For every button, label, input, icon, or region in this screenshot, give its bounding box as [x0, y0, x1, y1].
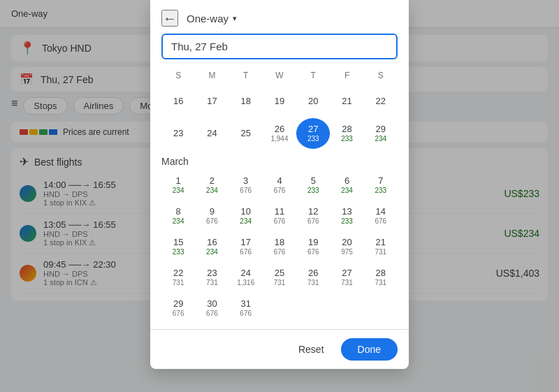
day-header-4: T: [296, 68, 330, 83]
day-header-5: F: [330, 68, 363, 83]
cal-mar-13[interactable]: 13233: [330, 201, 363, 231]
cal-mar-7[interactable]: 7233: [364, 170, 398, 201]
cal-feb-17[interactable]: 17: [195, 86, 228, 117]
march-week-4: 22731 23731 241,316 25731 26731 27731 28…: [161, 262, 398, 293]
cal-mar-27[interactable]: 27731: [330, 262, 363, 293]
trip-type-dropdown-icon: ▾: [233, 14, 237, 23]
cal-mar-9[interactable]: 9676: [195, 201, 228, 231]
cal-mar-16[interactable]: 16234: [195, 231, 228, 262]
cal-mar-15[interactable]: 15233: [161, 231, 195, 262]
cal-feb-25[interactable]: 25: [229, 118, 263, 149]
march-week-2: 8234 9676 10234 11676 12676 13233 14676: [161, 201, 398, 231]
cal-mar-14[interactable]: 14676: [364, 201, 398, 231]
days-header: S M T W T F S: [161, 68, 398, 83]
feb-week-1: 16 17 18 19 20 21 22: [161, 86, 398, 117]
cal-mar-1[interactable]: 1234: [161, 170, 195, 201]
cal-feb-19[interactable]: 19: [263, 86, 296, 117]
day-header-1: M: [195, 68, 228, 83]
day-header-0: S: [161, 68, 195, 83]
cal-mar-17[interactable]: 17676: [229, 231, 263, 262]
cal-mar-30[interactable]: 30676: [195, 293, 228, 324]
cal-feb-20[interactable]: 20: [296, 86, 330, 117]
cal-mar-28[interactable]: 28731: [364, 262, 398, 293]
cal-feb-24[interactable]: 24: [195, 118, 228, 149]
cal-mar-2[interactable]: 2234: [195, 170, 228, 201]
date-input-value: Thu, 27 Feb: [171, 41, 228, 52]
date-picker-modal: ← One-way ▾ Thu, 27 Feb S M T W T F S 16…: [150, 0, 409, 369]
cal-mar-12[interactable]: 12676: [296, 201, 330, 231]
cal-feb-16[interactable]: 16: [161, 86, 195, 117]
cal-feb-29[interactable]: 29 234: [364, 118, 398, 149]
cal-feb-27[interactable]: 27 233: [296, 118, 330, 149]
cal-mar-8[interactable]: 8234: [161, 201, 195, 231]
march-week-1: 1234 2234 3676 4676 5233 6234 7233: [161, 170, 398, 201]
cal-feb-18[interactable]: 18: [229, 86, 263, 117]
reset-button[interactable]: Reset: [287, 338, 335, 361]
day-header-6: S: [364, 68, 398, 83]
trip-type-selector[interactable]: One-way ▾: [187, 13, 237, 24]
day-header-3: W: [263, 68, 296, 83]
cal-mar-11[interactable]: 11676: [263, 201, 296, 231]
modal-header: ← One-way ▾: [150, 0, 409, 34]
cal-empty-4: [364, 293, 398, 324]
cal-mar-10[interactable]: 10234: [229, 201, 263, 231]
cal-mar-4[interactable]: 4676: [263, 170, 296, 201]
cal-empty-1: [263, 293, 296, 324]
done-button[interactable]: Done: [341, 338, 398, 361]
cal-mar-24[interactable]: 241,316: [229, 262, 263, 293]
calendar-scroll[interactable]: S M T W T F S 16 17 18 19 20 21 22 23 24…: [150, 68, 409, 324]
cal-feb-28[interactable]: 28 233: [330, 118, 363, 149]
cal-mar-6[interactable]: 6234: [330, 170, 363, 201]
date-input[interactable]: Thu, 27 Feb: [161, 34, 398, 59]
cal-mar-23[interactable]: 23731: [195, 262, 228, 293]
cal-mar-5[interactable]: 5233: [296, 170, 330, 201]
cal-mar-3[interactable]: 3676: [229, 170, 263, 201]
trip-type-label: One-way: [187, 13, 228, 24]
march-label: March: [161, 150, 398, 170]
cal-feb-23[interactable]: 23: [161, 118, 195, 149]
cal-feb-22[interactable]: 22: [364, 86, 398, 117]
march-week-5: 29676 30676 31676: [161, 293, 398, 324]
cal-mar-26[interactable]: 26731: [296, 262, 330, 293]
cal-mar-20[interactable]: 20975: [330, 231, 363, 262]
day-header-2: T: [229, 68, 263, 83]
cal-mar-25[interactable]: 25731: [263, 262, 296, 293]
cal-empty-3: [330, 293, 363, 324]
march-week-3: 15233 16234 17676 18676 19676 20975 2173…: [161, 231, 398, 262]
back-button[interactable]: ←: [161, 10, 178, 27]
cal-mar-19[interactable]: 19676: [296, 231, 330, 262]
cal-mar-31[interactable]: 31676: [229, 293, 263, 324]
cal-mar-21[interactable]: 21731: [364, 231, 398, 262]
feb-week-2: 23 24 25 26 1,944 27 233 28 233 29 234: [161, 118, 398, 149]
cal-feb-21[interactable]: 21: [330, 86, 363, 117]
cal-mar-22[interactable]: 22731: [161, 262, 195, 293]
cal-empty-2: [296, 293, 330, 324]
cal-feb-26[interactable]: 26 1,944: [263, 118, 296, 149]
modal-footer: Reset Done: [150, 329, 409, 369]
cal-mar-18[interactable]: 18676: [263, 231, 296, 262]
cal-mar-29[interactable]: 29676: [161, 293, 195, 324]
